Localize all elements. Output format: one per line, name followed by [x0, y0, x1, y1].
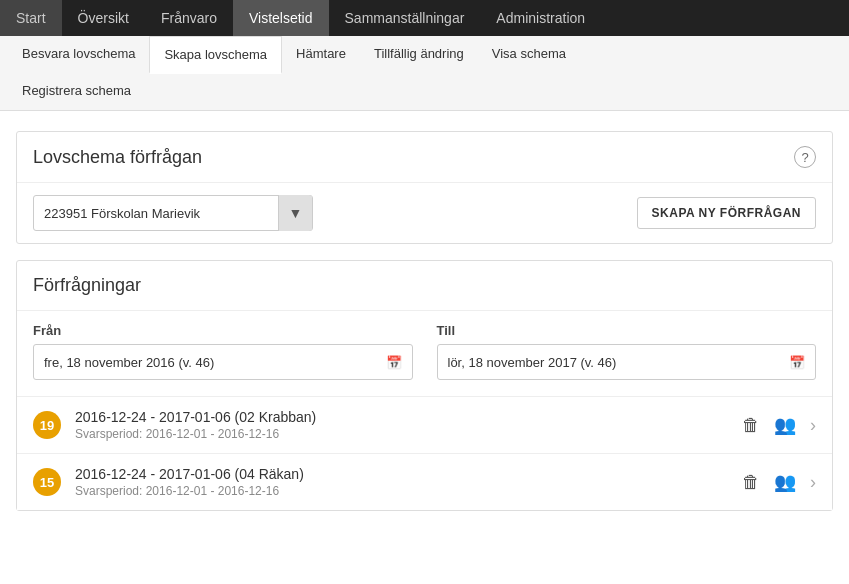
till-calendar-icon[interactable]: 📅 [789, 355, 805, 370]
subnav-tillfallig-andring[interactable]: Tillfällig ändring [360, 36, 478, 73]
dropdown-arrow-icon[interactable]: ▼ [278, 195, 312, 231]
date-range-row: Från fre, 18 november 2016 (v. 46) 📅 Til… [17, 310, 832, 396]
from-label: Från [33, 323, 413, 338]
help-icon[interactable]: ? [794, 146, 816, 168]
item-title-0: 2016-12-24 - 2017-01-06 (02 Krabban) [75, 409, 742, 425]
till-input[interactable]: lör, 18 november 2017 (v. 46) 📅 [437, 344, 817, 380]
list-item: 19 2016-12-24 - 2017-01-06 (02 Krabban) … [17, 397, 832, 454]
list-item: 15 2016-12-24 - 2017-01-06 (04 Räkan) Sv… [17, 454, 832, 510]
top-navigation: Start Översikt Frånvaro Vistelsetid Samm… [0, 0, 849, 36]
title-section: Lovschema förfrågan ? 223951 Förskolan M… [16, 131, 833, 244]
dropdown-row: 223951 Förskolan Marievik ▼ SKAPA NY FÖR… [17, 182, 832, 243]
forfragan-section: Förfrågningar Från fre, 18 november 2016… [16, 260, 833, 511]
till-value: lör, 18 november 2017 (v. 46) [448, 355, 617, 370]
subnav-registrera-schema[interactable]: Registrera schema [8, 73, 145, 110]
subnav-visa-schema[interactable]: Visa schema [478, 36, 580, 73]
from-input[interactable]: fre, 18 november 2016 (v. 46) 📅 [33, 344, 413, 380]
group-icon-1[interactable]: 👥 [774, 471, 796, 493]
nav-oversikt[interactable]: Översikt [62, 0, 145, 36]
from-field: Från fre, 18 november 2016 (v. 46) 📅 [33, 323, 413, 380]
till-label: Till [437, 323, 817, 338]
subnav-hamtare[interactable]: Hämtare [282, 36, 360, 73]
main-content: Lovschema förfrågan ? 223951 Förskolan M… [0, 111, 849, 531]
item-info-0: 2016-12-24 - 2017-01-06 (02 Krabban) Sva… [75, 409, 742, 441]
item-sub-0: Svarsperiod: 2016-12-01 - 2016-12-16 [75, 427, 742, 441]
chevron-right-0[interactable]: › [810, 415, 816, 436]
forfragan-title: Förfrågningar [17, 261, 832, 310]
nav-sammanstallningar[interactable]: Sammanställningar [329, 0, 481, 36]
from-calendar-icon[interactable]: 📅 [386, 355, 402, 370]
badge-1: 15 [33, 468, 61, 496]
section-header: Lovschema förfrågan ? [17, 132, 832, 182]
item-actions-1: 🗑 👥 › [742, 471, 816, 493]
trash-icon-1[interactable]: 🗑 [742, 472, 760, 493]
nav-start[interactable]: Start [0, 0, 62, 36]
from-value: fre, 18 november 2016 (v. 46) [44, 355, 214, 370]
item-actions-0: 🗑 👥 › [742, 414, 816, 436]
page-title: Lovschema förfrågan [33, 147, 202, 168]
nav-administration[interactable]: Administration [480, 0, 601, 36]
item-sub-1: Svarsperiod: 2016-12-01 - 2016-12-16 [75, 484, 742, 498]
nav-franvaro[interactable]: Frånvaro [145, 0, 233, 36]
school-dropdown[interactable]: 223951 Förskolan Marievik ▼ [33, 195, 313, 231]
trash-icon-0[interactable]: 🗑 [742, 415, 760, 436]
create-new-button[interactable]: SKAPA NY FÖRFRÅGAN [637, 197, 816, 229]
sub-navigation: Besvara lovschema Skapa lovschema Hämtar… [0, 36, 849, 111]
badge-0: 19 [33, 411, 61, 439]
dropdown-value: 223951 Förskolan Marievik [44, 206, 200, 221]
till-field: Till lör, 18 november 2017 (v. 46) 📅 [437, 323, 817, 380]
chevron-right-1[interactable]: › [810, 472, 816, 493]
nav-vistelsetid[interactable]: Vistelsetid [233, 0, 329, 36]
subnav-besvara-lovschema[interactable]: Besvara lovschema [8, 36, 149, 73]
list-section: 19 2016-12-24 - 2017-01-06 (02 Krabban) … [17, 396, 832, 510]
item-title-1: 2016-12-24 - 2017-01-06 (04 Räkan) [75, 466, 742, 482]
item-info-1: 2016-12-24 - 2017-01-06 (04 Räkan) Svars… [75, 466, 742, 498]
group-icon-0[interactable]: 👥 [774, 414, 796, 436]
subnav-skapa-lovschema[interactable]: Skapa lovschema [149, 36, 282, 74]
